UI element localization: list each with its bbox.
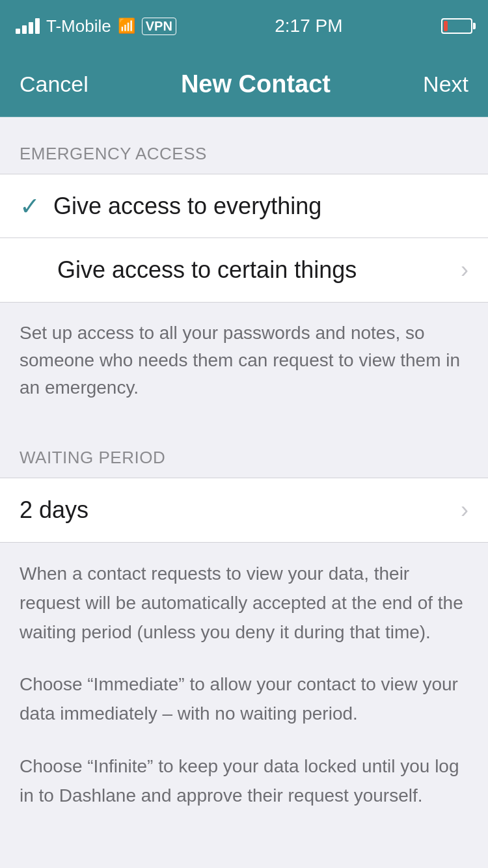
- nav-title: New Contact: [181, 70, 331, 98]
- cancel-button[interactable]: Cancel: [20, 72, 88, 97]
- waiting-period-list: 2 days ›: [0, 478, 488, 543]
- next-button[interactable]: Next: [423, 72, 468, 97]
- give-access-everything-item[interactable]: ✓ Give access to everything: [0, 174, 488, 238]
- status-bar-time: 2:17 PM: [275, 16, 342, 36]
- give-access-everything-label: Give access to everything: [53, 193, 468, 220]
- waiting-period-value: 2 days: [20, 496, 461, 524]
- emergency-access-section-header: EMERGENCY ACCESS: [0, 117, 488, 174]
- give-access-certain-label: Give access to certain things: [20, 256, 461, 284]
- waiting-period-label: WAITING PERIOD: [20, 448, 165, 467]
- content: EMERGENCY ACCESS ✓ Give access to everyt…: [0, 117, 488, 830]
- waiting-description-1: When a contact requests to view your dat…: [20, 560, 468, 647]
- emergency-access-list: ✓ Give access to everything Give access …: [0, 174, 488, 303]
- chevron-right-icon: ›: [461, 256, 468, 284]
- waiting-description-2: Choose “Immediate” to allow your contact…: [20, 670, 468, 729]
- waiting-period-section: WAITING PERIOD 2 days › When a contact r…: [0, 421, 488, 830]
- checkmark-icon: ✓: [20, 192, 40, 221]
- status-bar: T-Mobile 📶 VPN 2:17 PM: [0, 0, 488, 52]
- emergency-access-description: Set up access to all your passwords and …: [0, 303, 488, 421]
- waiting-description-3: Choose “Infinite” to keep your data lock…: [20, 752, 468, 811]
- status-bar-left: T-Mobile 📶 VPN: [16, 16, 176, 36]
- status-bar-right: [441, 18, 472, 34]
- emergency-access-label: EMERGENCY ACCESS: [20, 144, 207, 163]
- chevron-right-icon-waiting: ›: [461, 496, 468, 524]
- emergency-access-description-text: Set up access to all your passwords and …: [20, 323, 460, 398]
- vpn-badge: VPN: [142, 18, 176, 35]
- signal-bars-icon: [16, 18, 40, 34]
- nav-bar: Cancel New Contact Next: [0, 52, 488, 117]
- waiting-period-section-header: WAITING PERIOD: [0, 421, 488, 478]
- give-access-certain-item[interactable]: Give access to certain things ›: [0, 238, 488, 302]
- waiting-period-description: When a contact requests to view your dat…: [0, 543, 488, 830]
- carrier-label: T-Mobile: [46, 16, 111, 36]
- waiting-period-value-item[interactable]: 2 days ›: [0, 478, 488, 542]
- wifi-icon: 📶: [118, 18, 135, 34]
- battery-icon: [441, 18, 472, 34]
